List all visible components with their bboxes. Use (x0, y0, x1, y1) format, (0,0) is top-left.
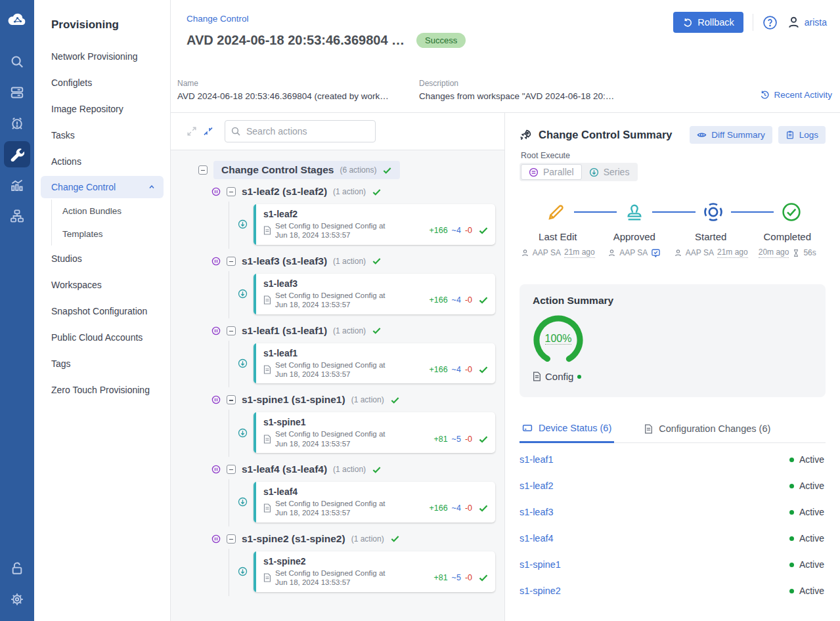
action-card[interactable]: s1-leaf2 Set Config to Designed Config a… (254, 204, 495, 245)
stage-block: s1-leaf2 (s1-leaf2) (1 action) s1-leaf2 (198, 186, 504, 249)
device-link[interactable]: s1-leaf4 (519, 533, 554, 544)
help-icon[interactable] (763, 15, 778, 30)
eye-icon (697, 130, 707, 140)
search-actions-input[interactable] (225, 120, 376, 142)
page-header: Change Control AVD 2024-06-18 20:53:46.3… (171, 0, 840, 113)
nav-item-snapshot-configuration[interactable]: Snapshot Configuration (34, 298, 170, 324)
collapse-node-icon[interactable] (227, 395, 236, 404)
nav-subitem-action-bundles[interactable]: Action Bundles (52, 200, 170, 223)
action-card[interactable]: s1-spine2 Set Config to Designed Config … (254, 551, 495, 592)
parallel-option[interactable]: Parallel (521, 164, 582, 180)
diff-deleted: -0 (465, 226, 472, 235)
stages-root-label: Change Control Stages (221, 164, 334, 176)
stage-header[interactable]: s1-leaf2 (s1-leaf2) (1 action) (198, 186, 504, 198)
nav-item-workspaces[interactable]: Workspaces (34, 272, 170, 298)
approval-note-icon[interactable] (651, 248, 661, 258)
expand-all-icon[interactable] (187, 126, 197, 137)
nav-item-zero-touch-provisioning[interactable]: Zero Touch Provisioning (34, 377, 170, 403)
timeline-label-completed: Completed (749, 231, 826, 242)
stage-header[interactable]: s1-leaf1 (s1-leaf1) (1 action) (198, 325, 504, 337)
pause-circle-icon[interactable] (211, 326, 221, 335)
collapse-node-icon[interactable] (198, 165, 208, 175)
timeline-connector (574, 211, 617, 213)
timeline-user: AAP SA (619, 248, 648, 257)
provisioning-wrench-icon[interactable] (4, 141, 30, 167)
active-status-dot (789, 536, 794, 541)
stage-header[interactable]: s1-spine1 (s1-spine1) (1 action) (198, 394, 504, 406)
collapse-node-icon[interactable] (227, 326, 236, 335)
stage-count: (1 action) (351, 534, 384, 544)
device-link[interactable]: s1-spine1 (519, 559, 561, 570)
nav-item-network-provisioning[interactable]: Network Provisioning (34, 43, 170, 70)
tab-device-status[interactable]: Device Status (6) (519, 423, 614, 443)
stages-root-row[interactable]: Change Control Stages (6 actions) (198, 161, 504, 179)
timeline-time: 21m ago (717, 247, 748, 258)
stage-block: s1-leaf3 (s1-leaf3) (1 action) s1-leaf3 (198, 255, 504, 318)
breadcrumb[interactable]: Change Control (187, 14, 249, 24)
nav-item-tasks[interactable]: Tasks (34, 122, 170, 148)
name-value: AVD 2024-06-18 20:53:46.369804 (created … (177, 91, 419, 101)
nav-subitem-templates[interactable]: Templates (52, 223, 170, 246)
collapse-all-icon[interactable] (203, 126, 213, 137)
action-card[interactable]: s1-leaf4 Set Config to Designed Config a… (254, 482, 495, 523)
person-icon (608, 249, 616, 257)
gear-icon[interactable] (4, 586, 30, 612)
nav-item-actions[interactable]: Actions (34, 148, 170, 175)
diff-deleted: -0 (465, 435, 472, 444)
action-description: Set Config to Designed Config at Jun 18,… (275, 568, 386, 588)
diff-summary-button[interactable]: Diff Summary (690, 126, 772, 144)
stage-header[interactable]: s1-spine2 (s1-spine2) (1 action) (198, 533, 504, 545)
events-alarm-icon[interactable] (4, 110, 30, 137)
recent-activity-link[interactable]: Recent Activity (760, 90, 832, 100)
collapse-node-icon[interactable] (227, 187, 236, 196)
search-icon[interactable] (4, 49, 30, 75)
pause-circle-icon[interactable] (211, 187, 221, 196)
device-row: s1-leaf1 Active (519, 446, 826, 473)
config-legend-dot (577, 375, 581, 379)
metrics-icon[interactable] (4, 172, 30, 198)
lock-icon[interactable] (4, 555, 30, 582)
pause-circle-icon[interactable] (211, 534, 221, 544)
progress-percent: 100% (533, 333, 584, 345)
collapse-node-icon[interactable] (227, 534, 236, 544)
change-control-stages-tree: Change Control Stages (6 actions) s1-lea… (171, 150, 504, 621)
device-link[interactable]: s1-leaf1 (519, 454, 554, 465)
stage-header[interactable]: s1-leaf4 (s1-leaf4) (1 action) (198, 463, 504, 475)
nav-item-tags[interactable]: Tags (34, 351, 170, 377)
config-legend-label: Config (545, 371, 573, 382)
logs-button[interactable]: Logs (778, 126, 826, 144)
nav-item-configlets[interactable]: Configlets (34, 70, 170, 96)
action-card[interactable]: s1-leaf1 Set Config to Designed Config a… (254, 343, 495, 384)
pause-circle-icon[interactable] (211, 395, 221, 404)
devices-icon[interactable] (4, 79, 30, 106)
nav-item-image-repository[interactable]: Image Repository (34, 96, 170, 122)
nav-item-change-control[interactable]: Change Control (41, 176, 164, 198)
pause-circle-icon[interactable] (211, 257, 221, 266)
device-link[interactable]: s1-spine2 (519, 586, 561, 596)
collapse-node-icon[interactable] (227, 465, 236, 474)
tab-configuration-changes[interactable]: Configuration Changes (6) (642, 423, 773, 442)
cloudvision-logo-icon[interactable] (4, 7, 30, 33)
completed-icon (781, 202, 802, 223)
rollback-label: Rollback (697, 17, 734, 28)
action-card[interactable]: s1-spine1 Set Config to Designed Config … (254, 412, 495, 453)
nav-item-public-cloud-accounts[interactable]: Public Cloud Accounts (34, 324, 170, 351)
collapse-node-icon[interactable] (227, 257, 236, 266)
device-tab-icon (522, 423, 533, 433)
timeline-info-last-edit: AAP SA 21m ago (519, 247, 596, 258)
page-title: AVD 2024-06-18 20:53:46.369804 … (187, 33, 405, 48)
rollback-button[interactable]: Rollback (673, 12, 743, 33)
device-link[interactable]: s1-leaf2 (519, 481, 554, 491)
device-link[interactable]: s1-leaf3 (519, 507, 554, 517)
nav-item-studios[interactable]: Studios (34, 246, 170, 272)
action-description: Set Config to Designed Config at Jun 18,… (275, 221, 386, 240)
action-card[interactable]: s1-leaf3 Set Config to Designed Config a… (254, 274, 495, 314)
series-option[interactable]: Series (582, 164, 637, 180)
diff-added: +81 (433, 435, 447, 444)
user-menu[interactable]: arista (787, 16, 827, 30)
pause-circle-icon[interactable] (211, 465, 221, 474)
topology-icon[interactable] (4, 203, 30, 229)
diff-modified: ~4 (452, 365, 461, 374)
document-icon (263, 435, 271, 444)
stage-header[interactable]: s1-leaf3 (s1-leaf3) (1 action) (198, 255, 504, 267)
